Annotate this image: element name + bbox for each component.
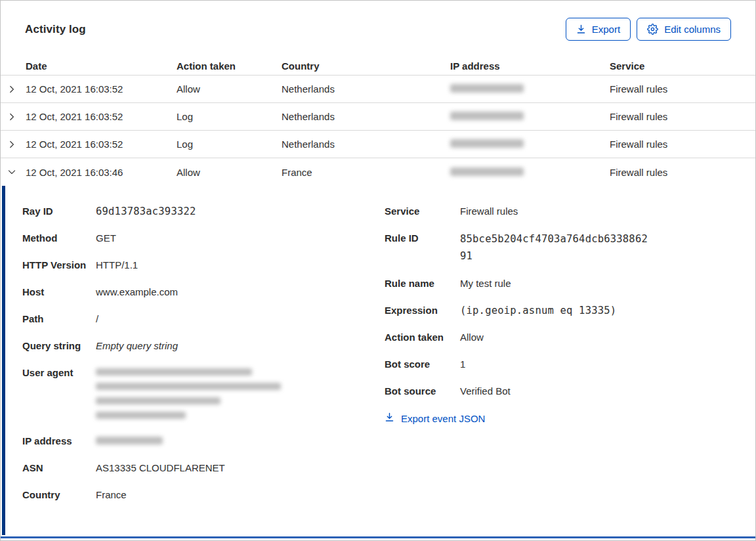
cell-country: Netherlands [282,83,450,95]
download-icon [385,412,394,424]
column-header-date: Date [26,60,177,72]
field-label: Bot source [385,383,460,399]
redacted-ip-value [450,112,524,120]
detail-field-expression: Expression (ip.geoip.asnum eq 13335) [385,303,755,318]
detail-field-service: Service Firewall rules [385,204,755,219]
chevron-down-icon [7,167,16,177]
column-header-ip-address: IP address [450,60,610,72]
chevron-right-icon [7,112,16,121]
redacted-line [96,383,281,390]
cell-action-taken: Allow [177,83,282,95]
field-label: Method [22,230,96,246]
expand-row-button[interactable] [1,85,26,94]
page-title: Activity log [25,23,86,36]
redacted-ip-value [450,167,524,176]
field-value: GET [96,230,116,246]
detail-left-column: Ray ID 69d13783ac393322 Method GET HTTP … [1,204,363,514]
column-header-country: Country [282,60,450,72]
detail-field-country: Country France [22,487,363,503]
field-value: Empty query string [96,338,178,354]
detail-field-method: Method GET [22,230,363,246]
column-header-action-taken: Action taken [177,60,282,72]
export-event-json-label: Export event JSON [401,413,485,424]
table-row[interactable]: 12 Oct, 2021 16:03:52 Allow Netherlands … [1,76,755,103]
field-value: France [96,487,127,503]
detail-field-rule-id: Rule ID 85bce5b204cf4703a764dcb633886291 [385,230,755,265]
export-event-json-link[interactable]: Export event JSON [385,412,485,424]
cell-date: 12 Oct, 2021 16:03:46 [26,167,177,178]
field-value: www.example.com [96,284,178,300]
export-button[interactable]: Export [566,18,631,41]
redacted-ip-value [96,433,163,449]
detail-right-column: Service Firewall rules Rule ID 85bce5b20… [363,204,755,425]
detail-field-ray-id: Ray ID 69d13783ac393322 [22,204,363,219]
cell-action-taken: Log [177,111,282,122]
detail-field-bot-source: Bot source Verified Bot [385,383,755,399]
cell-action-taken: Log [177,139,282,150]
redacted-ip-value [450,139,524,148]
cell-date: 12 Oct, 2021 16:03:52 [26,83,177,95]
table-header: Date Action taken Country IP address Ser… [1,56,755,76]
cell-service: Firewall rules [610,167,755,178]
field-value: / [96,311,98,327]
detail-field-asn: ASN AS13335 CLOUDFLARENET [22,460,363,476]
redacted-line [96,412,186,419]
cell-ip-address [450,167,610,178]
topbar: Activity log Export Edit columns [1,1,755,41]
field-value: AS13335 CLOUDFLARENET [96,460,225,476]
table-row[interactable]: 12 Oct, 2021 16:03:52 Log Netherlands Fi… [1,131,755,158]
download-icon [576,24,586,34]
detail-field-user-agent: User agent [22,365,363,419]
field-label: Path [22,311,96,327]
detail-field-action-taken: Action taken Allow [385,330,755,345]
cell-date: 12 Oct, 2021 16:03:52 [26,139,177,150]
toolbar-actions: Export Edit columns [566,18,731,41]
field-value: Allow [460,330,484,345]
detail-field-rule-name: Rule name My test rule [385,276,755,292]
cell-country: Netherlands [282,111,450,122]
expand-row-button[interactable] [1,112,26,121]
field-label: Expression [385,303,460,318]
redacted-ip-value [450,84,524,93]
detail-field-bot-score: Bot score 1 [385,357,755,372]
field-label: Bot score [385,357,460,372]
cell-country: France [282,167,450,178]
redacted-line [96,368,252,376]
field-value: Verified Bot [460,383,511,399]
column-header-service: Service [610,60,755,72]
table-row[interactable]: 12 Oct, 2021 16:03:52 Log Netherlands Fi… [1,103,755,131]
panel-accent-bar [2,186,5,535]
detail-field-host: Host www.example.com [22,284,363,300]
table-row-expanded[interactable]: 12 Oct, 2021 16:03:46 Allow France Firew… [1,158,755,186]
cell-action-taken: Allow [177,167,282,178]
expand-row-button[interactable] [1,140,26,149]
edit-columns-button[interactable]: Edit columns [637,18,731,41]
field-label: Service [385,204,460,219]
field-label: Ray ID [22,204,96,219]
detail-field-path: Path / [22,311,363,327]
chevron-right-icon [7,85,16,94]
field-label: Action taken [385,330,460,345]
cell-ip-address [450,111,610,122]
field-label: HTTP Version [22,257,96,273]
redacted-user-agent [96,365,281,419]
cell-service: Firewall rules [610,139,755,150]
redacted-line [96,437,163,444]
cell-service: Firewall rules [610,83,755,95]
field-label: ASN [22,460,96,476]
activity-log-panel: Activity log Export Edit columns Date Ac… [0,0,756,541]
field-label: Query string [22,338,96,354]
field-value: Firewall rules [460,204,518,219]
cell-service: Firewall rules [610,111,755,122]
detail-field-query-string: Query string Empty query string [22,338,363,354]
cell-ip-address [450,83,610,95]
field-value: 85bce5b204cf4703a764dcb633886291 [460,230,654,265]
export-button-label: Export [592,24,620,35]
redacted-line [96,397,220,404]
collapse-row-button[interactable] [1,167,26,177]
field-label: Country [22,487,96,503]
panel-bottom-border [1,536,755,538]
field-value: My test rule [460,276,511,292]
chevron-right-icon [7,140,16,149]
field-label: Rule ID [385,230,460,265]
